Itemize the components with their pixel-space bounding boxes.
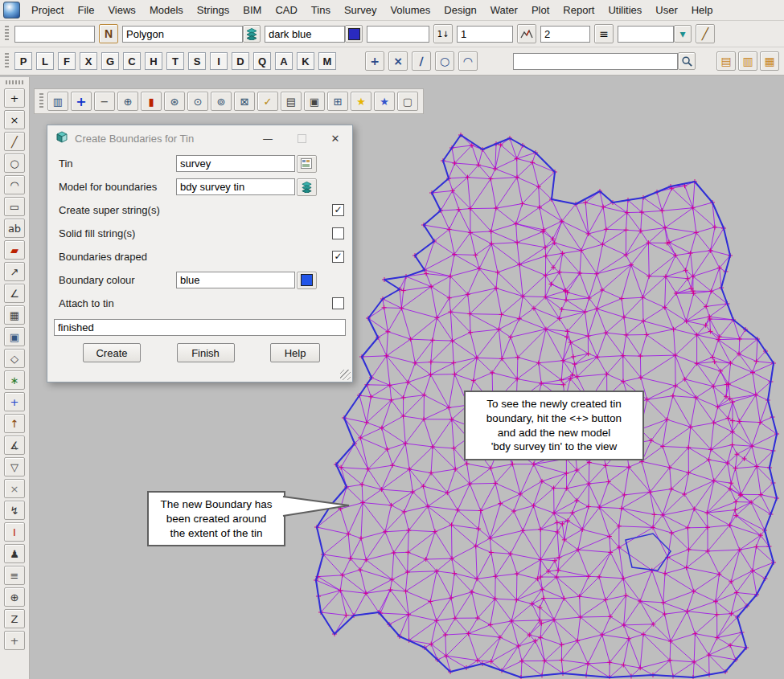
delete-icon[interactable]: × — [4, 110, 25, 129]
shield-icon[interactable]: ▽ — [4, 457, 25, 477]
save-icon[interactable]: ▥ — [738, 51, 757, 71]
zed-icon[interactable]: Z — [4, 609, 25, 628]
library-icon[interactable]: ▦ — [760, 51, 779, 71]
rectangle-icon[interactable]: ▭ — [4, 197, 25, 216]
name-mode-icon[interactable]: N — [99, 24, 118, 43]
menu-user[interactable]: User — [649, 2, 683, 18]
table-icon[interactable]: ⊞ — [327, 92, 348, 111]
boundary-colour-swatch[interactable] — [297, 272, 317, 289]
minimize-button[interactable]: — — [254, 129, 281, 149]
add-view-icon[interactable]: + — [71, 92, 92, 111]
grid-icon[interactable]: ▦ — [4, 305, 25, 325]
linestyle-icon[interactable]: ≡ — [594, 24, 614, 43]
offset-icon[interactable]: ↗ — [4, 262, 25, 281]
pencil-icon[interactable]: ╱ — [4, 132, 25, 151]
menu-design[interactable]: Design — [437, 2, 482, 18]
notes-icon[interactable]: ≡ — [4, 566, 25, 585]
snap-letter-d[interactable]: D — [232, 52, 249, 70]
toolbar-grip[interactable] — [5, 53, 9, 69]
menu-tins[interactable]: Tins — [305, 2, 337, 18]
favourite-star-icon[interactable]: ★ — [351, 92, 371, 111]
layers-icon[interactable] — [243, 25, 261, 43]
string-type-input[interactable] — [122, 26, 243, 43]
snap-letter-s[interactable]: S — [188, 52, 206, 70]
toolbar-grip[interactable] — [5, 26, 9, 42]
snap-line-icon[interactable]: ∕ — [412, 51, 431, 71]
weight-input[interactable] — [457, 26, 513, 43]
raise-icon[interactable]: ↑ — [4, 414, 25, 433]
arc-icon[interactable]: ◠ — [4, 175, 25, 194]
menu-cad[interactable]: CAD — [269, 2, 303, 18]
draped-checkbox[interactable] — [332, 251, 344, 263]
menu-volumes[interactable]: Volumes — [384, 2, 437, 18]
toolbar-grip[interactable] — [39, 93, 43, 109]
snap-letter-p[interactable]: P — [14, 52, 32, 70]
copy-icon[interactable]: ▣ — [304, 92, 325, 111]
redraw-icon[interactable]: ▮ — [141, 92, 162, 111]
sort-icon[interactable]: 1↓ — [433, 24, 453, 43]
boundary-colour-input[interactable] — [176, 272, 295, 288]
menu-survey[interactable]: Survey — [338, 2, 383, 18]
cross-icon[interactable]: × — [4, 479, 25, 498]
dropdown-icon[interactable]: ▾ — [674, 25, 692, 43]
edit-pencil-icon[interactable]: ╱ — [696, 24, 715, 43]
move-icon[interactable]: + — [4, 392, 25, 411]
resize-grip[interactable] — [340, 370, 351, 380]
menu-views[interactable]: Views — [101, 2, 142, 18]
search-input[interactable] — [513, 53, 678, 70]
print-icon[interactable]: ▤ — [281, 92, 302, 111]
search-icon[interactable] — [678, 52, 696, 70]
window-views-icon[interactable]: ▥ — [47, 92, 68, 111]
profile-icon[interactable] — [517, 24, 536, 43]
solid-fill-checkbox[interactable] — [332, 227, 344, 239]
tin-input[interactable] — [176, 155, 295, 172]
tinable-input[interactable] — [618, 26, 674, 43]
snap-letter-a[interactable]: A — [275, 52, 293, 70]
points-input[interactable] — [367, 26, 429, 43]
model-star-icon[interactable]: ★ — [374, 92, 395, 111]
colour-swatch-icon[interactable] — [345, 25, 363, 43]
menu-strings[interactable]: Strings — [191, 2, 236, 18]
snap-letter-x[interactable]: X — [80, 52, 97, 70]
zoom-window-icon[interactable]: ⊠ — [234, 92, 255, 111]
snap-arc-icon[interactable]: ◠ — [458, 51, 478, 71]
add-icon[interactable]: + — [4, 631, 25, 650]
zoom-extents-icon[interactable]: ⊛ — [164, 92, 185, 111]
person-icon[interactable]: ♟ — [4, 544, 25, 563]
snap-letter-l[interactable]: L — [36, 52, 54, 70]
zoom-in-icon[interactable]: ⊕ — [117, 92, 138, 111]
windows-icon[interactable]: ▣ — [4, 327, 25, 346]
clean-icon[interactable]: ✓ — [257, 92, 278, 111]
help-button[interactable]: Help — [270, 343, 320, 362]
open-folder-icon[interactable]: ▤ — [716, 51, 736, 71]
create-button[interactable]: Create — [83, 343, 141, 362]
super-strings-checkbox[interactable] — [332, 204, 344, 216]
menu-file[interactable]: File — [71, 2, 101, 18]
style-input[interactable] — [540, 26, 590, 43]
snap-letter-c[interactable]: C — [123, 52, 141, 70]
snap-letter-i[interactable]: I — [210, 52, 228, 70]
menu-utilities[interactable]: Utilities — [601, 2, 648, 18]
colour-name-input[interactable] — [265, 26, 345, 43]
brush-icon[interactable]: ▰ — [4, 240, 25, 260]
zoom-mode-icon[interactable]: ⊚ — [211, 92, 232, 111]
menu-report[interactable]: Report — [556, 2, 601, 18]
menu-project[interactable]: Project — [25, 2, 70, 18]
snap-letter-q[interactable]: Q — [253, 52, 271, 70]
snap-letter-t[interactable]: T — [166, 52, 184, 70]
snap-letter-k[interactable]: K — [297, 52, 314, 70]
remove-view-icon[interactable]: − — [94, 92, 115, 111]
zoom-previous-icon[interactable]: ⊙ — [187, 92, 208, 111]
menu-help[interactable]: Help — [685, 2, 720, 18]
menu-water[interactable]: Water — [484, 2, 524, 18]
target-icon[interactable]: ⊕ — [4, 587, 25, 607]
menu-models[interactable]: Models — [143, 2, 190, 18]
menu-plot[interactable]: Plot — [525, 2, 556, 18]
tin-picker-icon[interactable] — [297, 155, 317, 173]
menu-bim[interactable]: BIM — [236, 2, 268, 18]
finish-button[interactable]: Finish — [177, 343, 235, 362]
snap-letter-g[interactable]: G — [101, 52, 119, 70]
text-icon[interactable]: ab — [4, 219, 25, 238]
snap-letter-f[interactable]: F — [58, 52, 76, 70]
snap-circle-icon[interactable]: ○ — [435, 51, 454, 71]
